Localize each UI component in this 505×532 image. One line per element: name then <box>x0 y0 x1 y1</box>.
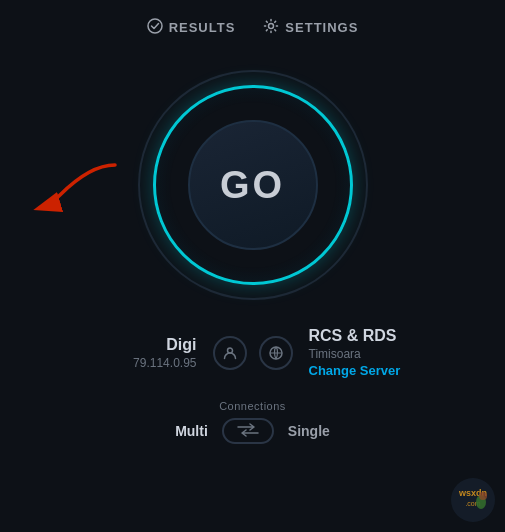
go-label: GO <box>220 164 285 207</box>
wsxdn-badge: wsxdn .com <box>449 476 497 524</box>
results-nav-item[interactable]: RESULTS <box>147 18 236 37</box>
client-info: Digi 79.114.0.95 <box>60 336 197 370</box>
connections-toggle: Multi Single <box>175 418 330 444</box>
server-info: RCS & RDS Timisoara Change Server <box>309 327 446 378</box>
globe-icon <box>259 336 293 370</box>
info-icons <box>197 336 309 370</box>
settings-nav-item[interactable]: SETTINGS <box>263 18 358 37</box>
settings-icon <box>263 18 279 37</box>
change-server-link[interactable]: Change Server <box>309 363 401 378</box>
settings-label: SETTINGS <box>285 20 358 35</box>
connections-label: Connections <box>219 400 286 412</box>
multi-option[interactable]: Multi <box>175 423 208 439</box>
user-icon <box>213 336 247 370</box>
red-arrow <box>30 160 120 219</box>
info-section: Digi 79.114.0.95 RCS & RDS Timisoara Cha… <box>0 327 505 378</box>
svg-point-0 <box>148 19 162 33</box>
server-name: RCS & RDS <box>309 327 397 345</box>
results-label: RESULTS <box>169 20 236 35</box>
top-nav: RESULTS SETTINGS <box>0 0 505 47</box>
switch-arrows-icon <box>236 423 260 440</box>
single-option[interactable]: Single <box>288 423 330 439</box>
connection-switch[interactable] <box>222 418 274 444</box>
svg-point-9 <box>479 492 487 500</box>
results-icon <box>147 18 163 37</box>
client-name: Digi <box>166 336 196 354</box>
svg-point-1 <box>269 24 274 29</box>
client-ip: 79.114.0.95 <box>133 356 196 370</box>
go-button[interactable]: GO <box>188 120 318 250</box>
connections-section: Connections Multi Single <box>0 400 505 444</box>
server-city: Timisoara <box>309 347 361 361</box>
speedtest-circle: GO <box>133 65 373 305</box>
